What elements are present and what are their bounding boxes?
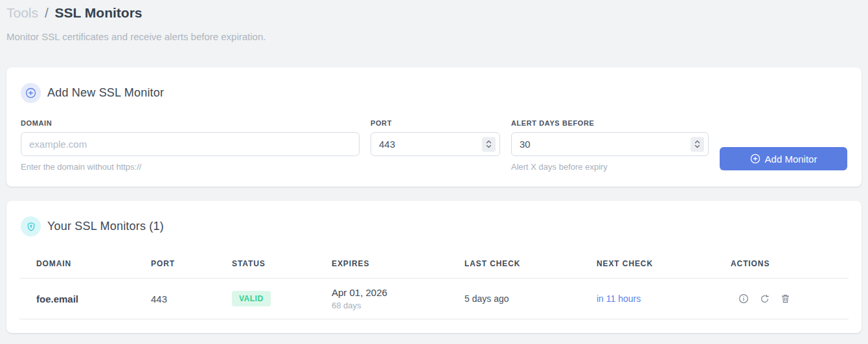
- port-input[interactable]: [371, 132, 500, 156]
- alert-days-label: ALERT DAYS BEFORE: [511, 119, 709, 127]
- expires-date: Apr 01, 2026: [332, 287, 464, 298]
- col-header-expires: EXPIRES: [332, 250, 464, 278]
- plus-circle-icon: [21, 83, 41, 103]
- table-row: foe.email 443 VALID Apr 01, 2026 68 days…: [19, 279, 849, 319]
- breadcrumb-tools-link[interactable]: Tools: [6, 5, 38, 20]
- add-monitor-button-label: Add Monitor: [765, 154, 817, 165]
- alert-days-field-group: ALERT DAYS BEFORE Alert X days before ex…: [511, 119, 709, 172]
- col-header-domain: DOMAIN: [19, 250, 151, 278]
- add-monitor-form: DOMAIN Enter the domain without https://…: [21, 119, 847, 172]
- monitors-table: DOMAIN PORT STATUS EXPIRES LAST CHECK NE…: [19, 250, 849, 319]
- port-label: PORT: [371, 119, 500, 127]
- shield-icon: [21, 216, 41, 236]
- breadcrumb: Tools / SSL Monitors: [6, 0, 862, 21]
- ssl-monitors-page: Tools / SSL Monitors Monitor SSL certifi…: [0, 0, 868, 333]
- col-header-port: PORT: [151, 250, 232, 278]
- trash-icon[interactable]: [781, 293, 790, 304]
- col-header-status: STATUS: [232, 250, 332, 278]
- domain-label: DOMAIN: [21, 119, 360, 127]
- add-monitor-card-title: Add New SSL Monitor: [47, 86, 164, 100]
- plus-circle-icon: [750, 154, 760, 164]
- domain-helper-text: Enter the domain without https://: [21, 162, 360, 172]
- col-header-next-check: NEXT CHECK: [597, 250, 731, 278]
- alert-days-stepper[interactable]: [691, 137, 704, 152]
- monitors-card: Your SSL Monitors (1) DOMAIN PORT STATUS…: [6, 201, 862, 333]
- monitor-last-check: 5 days ago: [464, 293, 597, 304]
- monitor-port: 443: [151, 293, 232, 304]
- monitor-actions-cell: [731, 293, 849, 304]
- expires-days-remaining: 68 days: [332, 301, 464, 310]
- col-header-last-check: LAST CHECK: [464, 250, 597, 278]
- add-monitor-card: Add New SSL Monitor DOMAIN Enter the dom…: [6, 67, 862, 187]
- monitor-domain: foe.email: [19, 293, 151, 304]
- monitor-next-check: in 11 hours: [597, 293, 731, 304]
- monitors-card-header: Your SSL Monitors (1): [6, 216, 862, 236]
- add-monitor-card-header: Add New SSL Monitor: [21, 83, 847, 103]
- alert-days-input[interactable]: [511, 132, 709, 156]
- info-icon[interactable]: [738, 293, 749, 304]
- refresh-icon[interactable]: [760, 294, 770, 304]
- monitor-expires-cell: Apr 01, 2026 68 days: [332, 287, 464, 310]
- monitor-status-cell: VALID: [232, 291, 332, 306]
- breadcrumb-separator: /: [42, 5, 51, 20]
- page-title: SSL Monitors: [55, 5, 143, 20]
- page-subtitle: Monitor SSL certificates and receive ale…: [6, 31, 862, 42]
- add-monitor-button[interactable]: Add Monitor: [720, 147, 847, 170]
- status-badge: VALID: [232, 291, 271, 306]
- domain-field-group: DOMAIN Enter the domain without https://: [21, 119, 360, 172]
- monitors-card-title: Your SSL Monitors (1): [47, 220, 164, 233]
- table-header-row: DOMAIN PORT STATUS EXPIRES LAST CHECK NE…: [19, 250, 849, 279]
- port-stepper[interactable]: [482, 137, 496, 152]
- col-header-actions: ACTIONS: [731, 250, 849, 278]
- domain-input[interactable]: [21, 132, 360, 156]
- port-field-group: PORT: [371, 119, 500, 156]
- alert-days-helper-text: Alert X days before expiry: [511, 162, 709, 172]
